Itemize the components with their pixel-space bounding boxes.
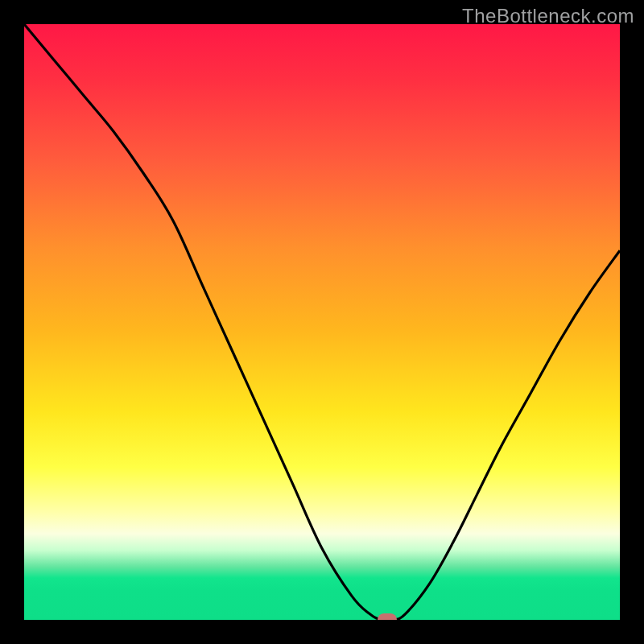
chart-stage: TheBottleneck.com	[0, 0, 644, 644]
minimum-marker	[378, 613, 397, 620]
plot-area	[24, 24, 620, 620]
curve-path	[24, 24, 620, 620]
bottleneck-curve	[24, 24, 620, 620]
